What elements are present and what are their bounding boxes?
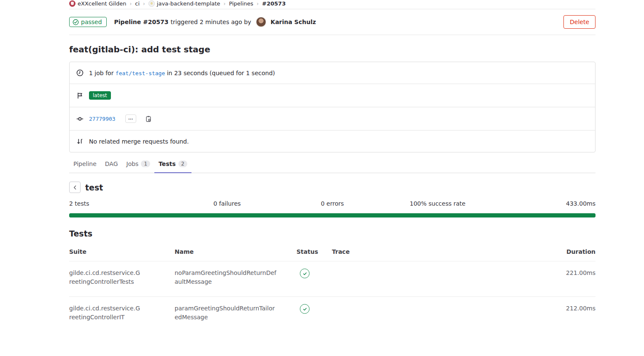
column-header-trace: Trace: [332, 243, 545, 261]
group-logo-icon: [69, 0, 75, 7]
breadcrumb-pipeline-id-label: #20573: [262, 0, 286, 7]
latest-badge[interactable]: latest: [89, 91, 111, 100]
tests-table-header-row: Suite Name Status Trace Duration: [69, 243, 595, 261]
clock-icon: [76, 69, 84, 76]
test-trace-cell: [332, 297, 545, 332]
tab-pipeline-label: Pipeline: [73, 160, 97, 167]
breadcrumb-item-project[interactable]: java-backend-template: [148, 0, 220, 7]
breadcrumb-item-pipeline-id[interactable]: #20573: [262, 0, 286, 7]
pipeline-id-label: Pipeline #20573: [114, 19, 169, 25]
column-header-name: Name: [175, 243, 296, 261]
pipeline-status-label: passed: [81, 19, 102, 25]
tab-jobs[interactable]: Jobs 1: [122, 156, 155, 173]
column-header-status: Status: [296, 243, 332, 261]
pipeline-status-badge[interactable]: passed: [69, 17, 107, 27]
author-name[interactable]: Karina Schulz: [271, 19, 316, 25]
pipeline-header: passed Pipeline #20573 triggered 2 minut…: [69, 9, 595, 35]
test-suite-cell: gilde.ci.cd.restservice.GreetingControll…: [69, 269, 142, 286]
summary-errors: 0 errors: [280, 200, 385, 207]
test-trace-cell: [332, 261, 545, 297]
test-summary: 2 tests 0 failures 0 errors 100% success…: [69, 200, 595, 207]
success-bar-track: [69, 213, 595, 217]
tab-tests-count-badge: 2: [178, 160, 188, 167]
test-duration-cell: 221.00ms: [545, 261, 595, 297]
tab-pipeline[interactable]: Pipeline: [69, 156, 101, 173]
delete-button[interactable]: Delete: [563, 15, 595, 29]
merge-request-icon: [76, 138, 84, 145]
breadcrumb-subgroup-label: ci: [135, 0, 140, 7]
pipeline-trigger-text: Pipeline #20573 triggered 2 minutes ago …: [114, 17, 316, 27]
tab-tests[interactable]: Tests 2: [154, 156, 191, 173]
summary-total-tests: 2 tests: [69, 200, 175, 207]
merge-request-row: No related merge requests found.: [70, 130, 595, 152]
breadcrumb-separator: ›: [129, 1, 132, 7]
tab-tests-label: Tests: [159, 160, 176, 167]
tab-dag[interactable]: DAG: [101, 156, 122, 173]
breadcrumb-separator: ›: [224, 1, 226, 7]
triggered-text: triggered 2 minutes ago by: [171, 19, 251, 25]
breadcrumb-separator: ›: [143, 1, 145, 7]
summary-duration: 433.00ms: [490, 200, 595, 207]
summary-failures: 0 failures: [175, 200, 280, 207]
test-duration-cell: 212.00ms: [545, 297, 595, 332]
breadcrumb-group-label: eXXcellent Gilden: [78, 0, 126, 7]
chevron-left-icon: [72, 185, 78, 190]
table-row: gilde.ci.cd.restservice.GreetingControll…: [69, 261, 595, 297]
breadcrumb-item-subgroup[interactable]: ci: [135, 0, 140, 7]
breadcrumb-item-pipelines[interactable]: Pipelines: [229, 0, 253, 7]
project-avatar-icon: [148, 0, 155, 7]
test-suite-header: test: [69, 182, 595, 193]
clipboard-icon: [145, 115, 152, 122]
pipeline-tabs: Pipeline DAG Jobs 1 Tests 2: [69, 156, 595, 173]
breadcrumb-item-group[interactable]: eXXcellent Gilden: [69, 0, 126, 7]
tab-jobs-label: Jobs: [127, 160, 139, 167]
commit-sha-link[interactable]: 27779903: [89, 116, 116, 122]
expand-commit-button[interactable]: …: [125, 114, 136, 123]
test-name-cell: paramGreetingShouldReturnTailoredMessage: [175, 304, 278, 322]
job-duration-text: in 23 seconds (queued for 1 second): [167, 70, 275, 76]
tab-jobs-count-badge: 1: [141, 160, 150, 167]
test-suite-cell: gilde.ci.cd.restservice.GreetingControll…: [69, 304, 142, 322]
commit-row: 27779903 …: [70, 107, 595, 130]
table-row: gilde.ci.cd.restservice.GreetingControll…: [69, 297, 595, 332]
summary-success-rate: 100% success rate: [385, 200, 490, 207]
check-circle-icon: [73, 19, 79, 25]
breadcrumb-project-label: java-backend-template: [157, 0, 220, 7]
back-button[interactable]: [69, 182, 81, 193]
latest-row: latest: [70, 84, 595, 107]
branch-link[interactable]: feat/test-stage: [116, 70, 165, 76]
copy-sha-button[interactable]: [145, 115, 152, 122]
breadcrumb: eXXcellent Gilden › ci › java-backend-te…: [69, 0, 595, 9]
tab-dag-label: DAG: [105, 160, 118, 167]
flag-icon: [76, 92, 84, 99]
pipeline-info-card: 1 job for feat/test-stage in 23 seconds …: [69, 62, 595, 152]
job-summary-text: 1 job for feat/test-stage in 23 seconds …: [89, 70, 275, 76]
author-avatar[interactable]: [256, 17, 266, 27]
merge-request-text: No related merge requests found.: [89, 138, 189, 145]
pipeline-page: eXXcellent Gilden › ci › java-backend-te…: [0, 0, 644, 356]
test-status-passed-icon: [300, 269, 310, 278]
commit-icon: [76, 115, 84, 122]
test-suite-name: test: [85, 183, 103, 192]
tests-section-heading: Tests: [69, 229, 595, 238]
commit-title: feat(gitlab-ci): add test stage: [69, 44, 595, 54]
job-count-text: 1 job for: [89, 70, 113, 76]
success-bar-fill: [69, 213, 595, 217]
test-name-cell: noParamGreetingShouldReturnDefaultMessag…: [175, 269, 278, 286]
column-header-duration: Duration: [545, 243, 595, 261]
job-summary-row: 1 job for feat/test-stage in 23 seconds …: [70, 62, 595, 84]
breadcrumb-separator: ›: [257, 1, 259, 7]
test-status-passed-icon: [300, 304, 310, 314]
breadcrumb-pipelines-label: Pipelines: [229, 0, 253, 7]
column-header-suite: Suite: [69, 243, 175, 261]
tests-table: Suite Name Status Trace Duration gilde.c…: [69, 243, 595, 332]
